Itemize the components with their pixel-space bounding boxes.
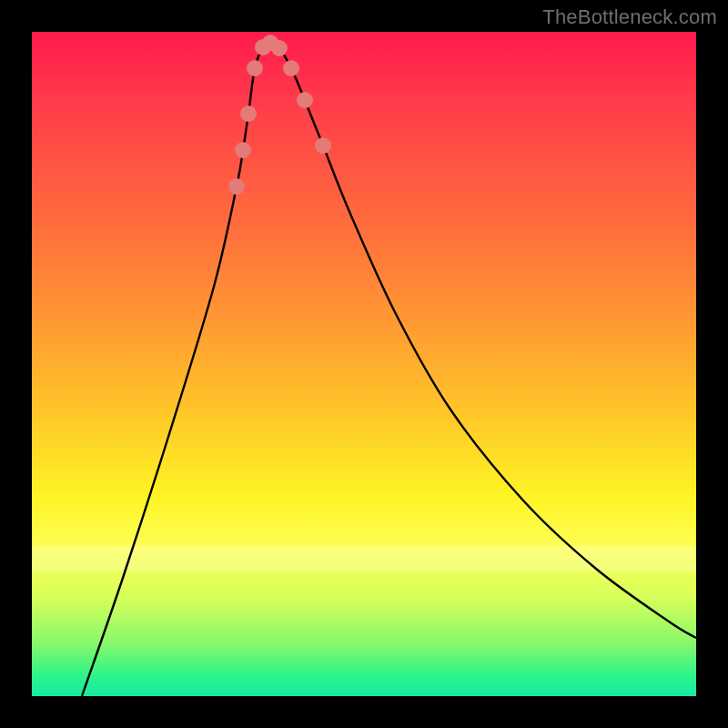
marker-dot <box>228 178 245 195</box>
bottleneck-curve <box>82 43 696 696</box>
chart-svg <box>32 32 696 696</box>
marker-dot <box>271 40 288 56</box>
outer-frame: TheBottleneck.com <box>0 0 728 728</box>
marker-dot <box>247 60 263 76</box>
marker-dot <box>235 142 251 158</box>
marker-dot <box>297 92 313 108</box>
watermark-text: TheBottleneck.com <box>542 5 717 29</box>
plot-area <box>32 32 696 696</box>
marker-dot <box>283 60 299 76</box>
marker-group <box>228 35 331 195</box>
marker-dot <box>315 137 331 154</box>
marker-dot <box>240 106 257 122</box>
